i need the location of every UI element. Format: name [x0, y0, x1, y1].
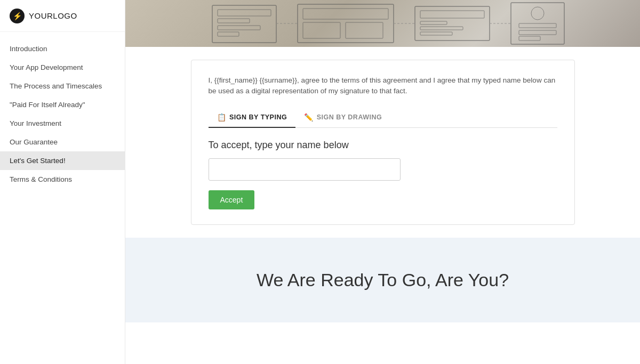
nav-list: Introduction Your App Development The Pr… — [0, 32, 125, 196]
svg-rect-0 — [212, 5, 276, 43]
accept-button-label: Accept — [220, 196, 243, 204]
signature-card: I, {{first_name}} {{surname}}, agree to … — [191, 60, 575, 225]
drawing-icon: ✏️ — [304, 113, 314, 122]
sidebar-nav: Introduction Your App Development The Pr… — [0, 32, 125, 196]
sketch-illustration — [170, 0, 596, 47]
logo-bold: YOUR — [29, 11, 53, 20]
svg-rect-11 — [420, 21, 447, 25]
sidebar: ⚡ YOURLOGO Introduction Your App Develop… — [0, 0, 125, 364]
sidebar-item-terms[interactable]: Terms & Conditions — [0, 170, 125, 189]
svg-rect-6 — [303, 9, 388, 19]
tab-sign-by-drawing[interactable]: ✏️ SIGN BY DRAWING — [295, 108, 390, 128]
svg-rect-2 — [218, 19, 250, 23]
sidebar-item-process[interactable]: The Process and Timescales — [0, 77, 125, 95]
cta-heading: We Are Ready To Go, Are You? — [147, 270, 619, 290]
svg-rect-7 — [303, 22, 340, 38]
svg-rect-1 — [218, 10, 271, 16]
logo-light: LOGO — [53, 11, 77, 20]
svg-rect-4 — [218, 32, 239, 36]
typing-icon: 📋 — [217, 113, 227, 122]
agreement-text: I, {{first_name}} {{surname}}, agree to … — [209, 75, 557, 97]
sidebar-item-guarantee[interactable]: Our Guarantee — [0, 133, 125, 151]
svg-rect-3 — [218, 26, 260, 30]
accept-label: To accept, type your name below — [209, 140, 557, 151]
tab-drawing-label: SIGN BY DRAWING — [317, 114, 382, 121]
name-input[interactable] — [209, 158, 401, 181]
signature-card-wrap: I, {{first_name}} {{surname}}, agree to … — [125, 47, 640, 238]
sketch-overlay — [125, 0, 640, 47]
sidebar-item-paid-itself[interactable]: "Paid For Itself Already" — [0, 95, 125, 114]
logo-text: YOURLOGO — [29, 11, 77, 20]
accept-button[interactable]: Accept — [209, 190, 255, 209]
hero-image — [125, 0, 640, 47]
svg-point-15 — [531, 7, 544, 20]
svg-rect-18 — [519, 36, 540, 41]
sidebar-item-introduction[interactable]: Introduction — [0, 39, 125, 58]
svg-rect-13 — [420, 32, 452, 35]
svg-rect-12 — [420, 27, 463, 30]
sidebar-item-get-started[interactable]: Let's Get Started! — [0, 151, 125, 170]
tab-typing-label: SIGN BY TYPING — [229, 114, 287, 121]
logo-icon: ⚡ — [10, 9, 25, 23]
svg-rect-10 — [420, 11, 484, 18]
tab-sign-by-typing[interactable]: 📋 SIGN BY TYPING — [209, 108, 296, 128]
lightning-icon: ⚡ — [13, 12, 22, 20]
sidebar-item-investment[interactable]: Your Investment — [0, 114, 125, 133]
logo-area: ⚡ YOURLOGO — [0, 0, 125, 32]
cta-section: We Are Ready To Go, Are You? — [125, 238, 640, 322]
sidebar-item-app-development[interactable]: Your App Development — [0, 58, 125, 77]
signature-tabs: 📋 SIGN BY TYPING ✏️ SIGN BY DRAWING — [209, 108, 557, 128]
main-content: I, {{first_name}} {{surname}}, agree to … — [125, 0, 640, 364]
svg-rect-8 — [346, 22, 383, 38]
svg-rect-17 — [519, 30, 556, 35]
svg-rect-16 — [519, 23, 556, 28]
